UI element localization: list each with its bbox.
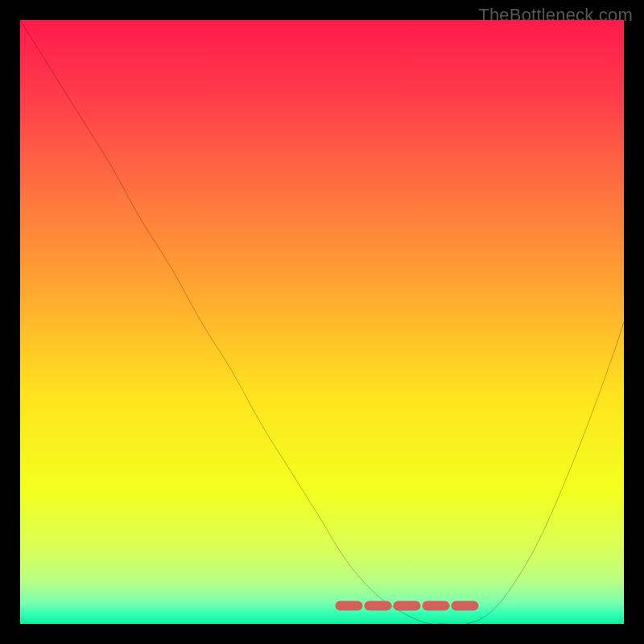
bottleneck-chart bbox=[20, 20, 624, 624]
chart-stage: TheBottleneck.com bbox=[0, 0, 644, 644]
gradient-background bbox=[20, 20, 624, 624]
